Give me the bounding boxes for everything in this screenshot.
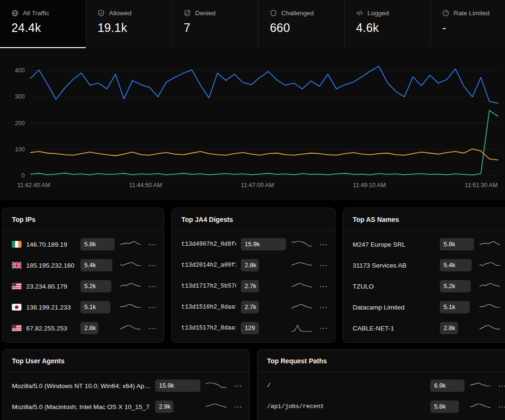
tab-header: Rate Limited: [442, 10, 505, 17]
row-value: 5.1k: [80, 301, 96, 313]
shield-check-icon: [98, 10, 105, 17]
list-item: 185.195.232.1605.4k⋯: [2, 255, 164, 276]
row-menu-button[interactable]: ⋯: [496, 402, 505, 412]
list-item: 31173 Services AB5.4k⋯: [343, 255, 505, 276]
sparkline: [291, 239, 313, 250]
card-header: Top AS Names: [343, 208, 505, 231]
tab-label: Rate Limited: [454, 10, 490, 17]
row-menu-button[interactable]: ⋯: [317, 323, 329, 333]
sparkline: [119, 302, 141, 312]
card-header: Top IPs: [2, 208, 164, 231]
sparkline: [479, 239, 501, 250]
row-menu-button[interactable]: ⋯: [232, 402, 244, 412]
value-cell: 5.2k: [440, 280, 474, 292]
tab-rate-limited[interactable]: Rate Limited-: [431, 0, 505, 48]
row-label: 146.70.189.19: [26, 241, 76, 248]
tab-challenged[interactable]: Challenged660: [258, 0, 345, 48]
tab-value: 19.1k: [98, 21, 160, 35]
jp-flag-icon: [12, 304, 21, 310]
value-cell: 5.8k: [430, 400, 465, 413]
card-title: Top IPs: [12, 216, 36, 223]
tab-value: 660: [270, 21, 333, 35]
row-menu-button[interactable]: ⋯: [317, 240, 329, 250]
row-value: 5.8k: [440, 238, 455, 250]
tab-denied[interactable]: Denied7: [172, 0, 258, 48]
sparkline: [479, 323, 501, 333]
list-item: TZULO5.2k⋯: [343, 276, 505, 297]
top-ips-card: Top IPs146.70.189.195.8k⋯185.195.232.160…: [2, 208, 164, 343]
list-item: Mozilla/5.0 (Macintosh; Intel Mac OS X 1…: [2, 396, 249, 417]
tab-value: 4.6k: [356, 21, 419, 35]
svg-text:200: 200: [15, 120, 25, 127]
value-cell: 2.8k: [440, 322, 474, 334]
tab-value: 24.4k: [11, 21, 74, 35]
row-value: 5.2k: [440, 280, 455, 292]
tab-header: Challenged: [270, 10, 333, 17]
sparkline: [291, 323, 313, 333]
value-cell: 2.8k: [80, 322, 115, 334]
card-body: t13d4907h2_0d8fea…15.9k⋯t13d2014h2_a09f3…: [172, 234, 335, 339]
value-cell: 5.8k: [80, 238, 115, 250]
row-label: TZULO: [353, 283, 435, 290]
tab-header: Allowed: [98, 10, 160, 17]
list-item: t13d1717h2_5b5761…2.7k⋯: [172, 276, 335, 297]
shield-off-icon: [184, 10, 191, 17]
row-menu-button[interactable]: ⋯: [146, 323, 158, 333]
tab-label: Allowed: [109, 10, 131, 17]
ie-flag-icon: [12, 241, 21, 248]
row-label: 185.195.232.160: [26, 262, 76, 269]
tab-value: -: [442, 21, 505, 35]
row-menu-button[interactable]: ⋯: [496, 381, 505, 391]
sparkline: [479, 260, 501, 270]
traffic-chart-card: 010020030040011:42:40 AM11:44:50 AM11:47…: [0, 48, 505, 200]
value-cell: 5.8k: [440, 238, 474, 250]
value-cell: 2.9k: [155, 400, 200, 413]
value-cell: 6.9k: [430, 380, 465, 392]
tab-label: Denied: [195, 10, 216, 17]
card-header: Top JA4 Digests: [172, 208, 335, 231]
row-menu-button[interactable]: ⋯: [146, 281, 158, 291]
tab-allowed[interactable]: Allowed19.1k: [86, 0, 172, 48]
us-flag-icon: [12, 283, 21, 290]
list-item: M247 Europe SRL5.8k⋯: [343, 234, 505, 255]
row-menu-button[interactable]: ⋯: [317, 260, 329, 270]
list-item: Mozilla/5.0 (Windows NT 10.0; Win64; x64…: [2, 375, 249, 396]
card-body: M247 Europe SRL5.8k⋯31173 Services AB5.4…: [343, 234, 505, 339]
card-body: 146.70.189.195.8k⋯185.195.232.1605.4k⋯23…: [2, 234, 164, 339]
row-value: 129: [241, 322, 255, 334]
tab-logged[interactable]: Logged4.6k: [345, 0, 431, 48]
row-menu-button[interactable]: ⋯: [146, 302, 158, 312]
list-item: t13d1516h2_8daaf6…2.7k⋯: [172, 297, 335, 318]
row-value: 2.8k: [440, 322, 455, 334]
row-label: Mozilla/5.0 (Macintosh; Intel Mac OS X 1…: [12, 403, 150, 410]
list-item: t13d4907h2_0d8fea…15.9k⋯: [172, 234, 335, 255]
row-label: Datacamp Limited: [353, 304, 435, 311]
value-cell: 15.9k: [155, 380, 200, 392]
svg-text:11:44:50 AM: 11:44:50 AM: [129, 182, 162, 189]
tab-value: 7: [184, 21, 247, 35]
list-item: CABLE-NET-12.8k⋯: [343, 318, 505, 339]
sparkline: [291, 260, 313, 270]
row-value: 2.7k: [241, 280, 257, 292]
row-value: 2.8k: [80, 322, 96, 334]
row-label: t13d2014h2_a09f3c…: [181, 262, 236, 269]
value-cell: 5.2k: [80, 280, 115, 292]
row-value: 2.8k: [241, 259, 257, 271]
row-label: 23.234.80.179: [26, 283, 76, 290]
us-flag-icon: [12, 325, 21, 331]
row-label: t13d1516h2_8daaf6…: [181, 304, 236, 310]
value-cell: 5.4k: [440, 259, 474, 271]
row-menu-button[interactable]: ⋯: [317, 302, 329, 312]
card-header: Top Request Paths: [257, 350, 505, 372]
svg-text:400: 400: [15, 67, 25, 74]
row-menu-button[interactable]: ⋯: [232, 381, 244, 391]
row-menu-button[interactable]: ⋯: [317, 281, 329, 291]
row-menu-button[interactable]: ⋯: [146, 240, 158, 250]
list-item: 146.70.189.195.8k⋯: [2, 234, 164, 255]
card-title: Top User Agents: [12, 357, 64, 365]
svg-text:11:51:30 AM: 11:51:30 AM: [465, 182, 497, 189]
tab-all-traffic[interactable]: All Traffic24.4k: [0, 0, 86, 48]
row-label: t13d4907h2_0d8fea…: [181, 241, 236, 248]
row-menu-button[interactable]: ⋯: [146, 260, 158, 270]
svg-text:300: 300: [15, 93, 25, 100]
